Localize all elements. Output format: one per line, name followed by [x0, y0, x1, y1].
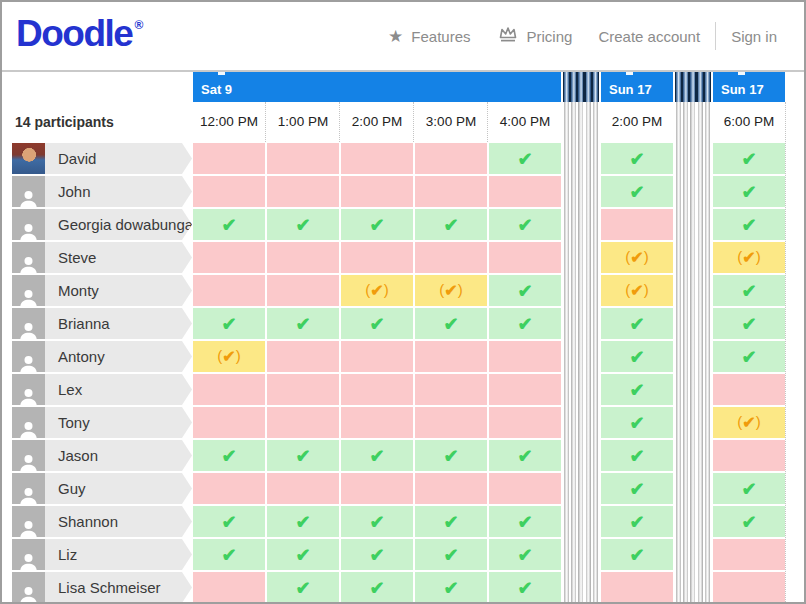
- vote-cell-yes: ✔: [415, 440, 487, 471]
- vote-cell-yes: ✔: [415, 539, 487, 570]
- participant-avatar: [12, 374, 45, 405]
- time-header: 6:00 PM: [713, 102, 785, 142]
- vote-cell-ifneedbe: (✔): [341, 275, 413, 306]
- vote-cell-no: [193, 176, 265, 207]
- participant-avatar: [12, 473, 45, 504]
- vote-cell-yes: ✔: [713, 473, 785, 504]
- vote-cell-yes: ✔: [489, 308, 561, 339]
- vote-cell-no: [341, 176, 413, 207]
- participant-name-tag: Shannon: [45, 506, 192, 537]
- vote-cell-no: [341, 341, 413, 372]
- vote-cell-no: [267, 242, 339, 273]
- column-dotted-divider: [413, 102, 414, 142]
- check-icon: ✔: [517, 579, 532, 597]
- participant-name: John: [45, 183, 91, 200]
- vote-cell-no: [267, 176, 339, 207]
- check-icon: ✔: [295, 513, 310, 531]
- participant-avatar: [12, 275, 45, 306]
- vote-cell-yes: ✔: [713, 506, 785, 537]
- vote-cell-yes: ✔: [341, 572, 413, 603]
- participant-name: Steve: [45, 249, 96, 266]
- participant-name-tag: John: [45, 176, 192, 207]
- check-icon: ✔: [369, 216, 384, 234]
- check-icon: ✔: [629, 414, 644, 432]
- participant-name: Monty: [45, 282, 99, 299]
- check-icon: ✔: [369, 546, 384, 564]
- vote-cell-no: [489, 242, 561, 273]
- check-icon: ✔: [629, 183, 644, 201]
- check-icon: ✔: [517, 513, 532, 531]
- participant-name-tag: Georgia dowabunga: [45, 209, 192, 240]
- check-icon: ✔: [517, 216, 532, 234]
- vote-cell-no: [415, 374, 487, 405]
- time-header: 1:00 PM: [267, 102, 339, 142]
- vote-cell-yes: ✔: [489, 539, 561, 570]
- vote-cell-no: [415, 473, 487, 504]
- vote-cell-no: [193, 572, 265, 603]
- time-header: 12:00 PM: [193, 102, 265, 142]
- check-icon: ✔: [741, 282, 756, 300]
- check-icon: ✔: [741, 480, 756, 498]
- check-icon: ✔: [221, 513, 236, 531]
- check-icon: ✔: [629, 150, 644, 168]
- participant-name-tag: Tony: [45, 407, 192, 438]
- vote-cell-yes: ✔: [601, 407, 673, 438]
- vote-cell-no: [489, 407, 561, 438]
- vote-cell-no: [193, 143, 265, 174]
- participant-name: Lisa Schmeiser: [45, 579, 161, 596]
- time-header: 3:00 PM: [415, 102, 487, 142]
- vote-cell-yes: ✔: [193, 506, 265, 537]
- vote-cell-no: [267, 341, 339, 372]
- participant-name-tag: Brianna: [45, 308, 192, 339]
- vote-cell-yes: ✔: [601, 176, 673, 207]
- check-icon: ✔: [369, 513, 384, 531]
- vote-cell-no: [601, 209, 673, 240]
- doodle-page: Doodle® ★ Features Pricing Create accoun…: [0, 0, 806, 604]
- participant-name-tag: Lisa Schmeiser: [45, 572, 192, 603]
- ifneedbe-check-icon: (✔): [365, 283, 388, 299]
- vote-cell-no: [193, 275, 265, 306]
- vote-cell-yes: ✔: [489, 440, 561, 471]
- vote-cell-yes: ✔: [193, 308, 265, 339]
- column-dotted-divider: [339, 102, 340, 142]
- participant-avatar: [12, 539, 45, 570]
- vote-cell-yes: ✔: [267, 308, 339, 339]
- check-icon: ✔: [629, 546, 644, 564]
- vote-cell-no: [193, 473, 265, 504]
- time-header: 4:00 PM: [489, 102, 561, 142]
- participant-name: Lex: [45, 381, 82, 398]
- check-icon: ✔: [629, 513, 644, 531]
- check-icon: ✔: [517, 315, 532, 333]
- check-icon: ✔: [629, 348, 644, 366]
- vote-cell-no: [267, 275, 339, 306]
- date-label: Sun 17: [609, 82, 652, 97]
- vote-cell-yes: ✔: [415, 506, 487, 537]
- vote-cell-yes: ✔: [601, 341, 673, 372]
- vote-cell-no: [415, 176, 487, 207]
- vote-cell-no: [193, 374, 265, 405]
- check-icon: ✔: [443, 315, 458, 333]
- vote-cell-yes: ✔: [193, 209, 265, 240]
- check-icon: ✔: [221, 546, 236, 564]
- vote-cell-no: [713, 572, 785, 603]
- participant-name-tag: Guy: [45, 473, 192, 504]
- vote-cell-yes: ✔: [713, 275, 785, 306]
- participant-name-tag: Steve: [45, 242, 192, 273]
- participants-count-label: 14 participants: [15, 102, 114, 142]
- vote-cell-no: [415, 143, 487, 174]
- ifneedbe-check-icon: (✔): [439, 283, 462, 299]
- date-header: Sat 9: [193, 72, 561, 102]
- vote-cell-yes: ✔: [489, 143, 561, 174]
- check-icon: ✔: [629, 447, 644, 465]
- ifneedbe-check-icon: (✔): [217, 349, 240, 365]
- vote-cell-yes: ✔: [267, 209, 339, 240]
- ifneedbe-check-icon: (✔): [625, 283, 648, 299]
- vote-cell-yes: ✔: [415, 209, 487, 240]
- column-dotted-divider: [265, 102, 266, 142]
- vote-cell-yes: ✔: [713, 341, 785, 372]
- poll-grid: 14 participants Sat 9Sun 17Sun 1712:00 P…: [2, 2, 804, 602]
- check-icon: ✔: [443, 546, 458, 564]
- participant-avatar: [12, 242, 45, 273]
- check-icon: ✔: [295, 315, 310, 333]
- vote-cell-yes: ✔: [267, 440, 339, 471]
